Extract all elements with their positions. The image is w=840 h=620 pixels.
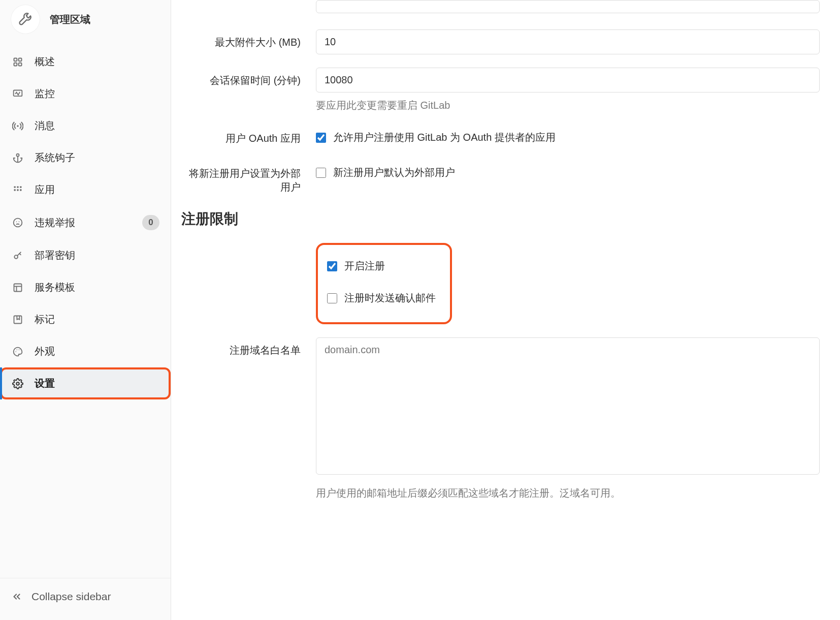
sidebar-item-overview[interactable]: 概述 bbox=[0, 46, 171, 78]
svg-point-15 bbox=[16, 222, 17, 223]
svg-rect-13 bbox=[20, 189, 21, 191]
svg-rect-1 bbox=[19, 58, 22, 61]
sidebar-title: 管理区域 bbox=[50, 13, 90, 26]
signup-enable-checkbox[interactable] bbox=[327, 261, 337, 271]
svg-point-24 bbox=[19, 349, 20, 350]
session-keep-row: 会话保留时间 (分钟) 要应用此变更需要重启 GitLab bbox=[181, 68, 820, 112]
sidebar-item-label: 标记 bbox=[35, 313, 55, 326]
signup-confirm-label: 注册时发送确认邮件 bbox=[344, 291, 436, 305]
max-attachment-label: 最大附件大小 (MB) bbox=[181, 29, 316, 49]
external-user-row: 将新注册用户设置为外部用户 新注册用户默认为外部用户 bbox=[181, 161, 820, 194]
signup-enable-label: 开启注册 bbox=[344, 259, 385, 273]
admin-area-icon bbox=[11, 5, 40, 34]
svg-rect-11 bbox=[14, 189, 16, 191]
oauth-row: 用户 OAuth 应用 允许用户注册使用 GitLab 为 OAuth 提供者的… bbox=[181, 126, 820, 147]
svg-rect-0 bbox=[14, 58, 17, 61]
svg-rect-2 bbox=[14, 63, 17, 66]
svg-point-22 bbox=[15, 351, 16, 352]
svg-rect-3 bbox=[19, 63, 22, 66]
oauth-checkbox[interactable] bbox=[316, 133, 326, 143]
svg-rect-9 bbox=[17, 186, 18, 188]
oauth-checkbox-label: 允许用户注册使用 GitLab 为 OAuth 提供者的应用 bbox=[333, 131, 556, 144]
svg-rect-21 bbox=[14, 316, 22, 323]
external-user-label: 将新注册用户设置为外部用户 bbox=[181, 161, 316, 194]
sidebar-header: 管理区域 bbox=[0, 0, 171, 43]
svg-point-14 bbox=[14, 219, 22, 227]
bookmark-icon bbox=[11, 315, 24, 325]
signup-section-title: 注册限制 bbox=[181, 209, 820, 229]
svg-rect-12 bbox=[17, 189, 18, 191]
signup-whitelist-label: 注册域名白名单 bbox=[181, 337, 316, 357]
svg-rect-18 bbox=[14, 284, 22, 291]
sidebar-item-labels[interactable]: 标记 bbox=[0, 303, 171, 335]
external-user-checkbox[interactable] bbox=[316, 168, 326, 178]
sidebar-item-label: 服务模板 bbox=[35, 281, 75, 294]
sidebar-item-abuse[interactable]: 违规举报 0 bbox=[0, 206, 171, 239]
sidebar-item-apps[interactable]: 应用 bbox=[0, 174, 171, 206]
sidebar-item-label: 违规举报 bbox=[35, 216, 75, 230]
sidebar-item-label: 部署密钥 bbox=[35, 249, 75, 262]
svg-point-16 bbox=[19, 222, 20, 223]
sidebar-item-deploy-keys[interactable]: 部署密钥 bbox=[0, 239, 171, 271]
svg-point-5 bbox=[17, 125, 19, 127]
cutoff-input[interactable] bbox=[316, 0, 820, 13]
abuse-count-badge: 0 bbox=[142, 215, 159, 230]
session-keep-help: 要应用此变更需要重启 GitLab bbox=[316, 99, 820, 112]
grid-icon bbox=[11, 57, 24, 67]
signup-whitelist-help: 用户使用的邮箱地址后缀必须匹配这些域名才能注册。泛域名可用。 bbox=[316, 486, 820, 500]
signup-toggle-row: 开启注册 注册时发送确认邮件 bbox=[181, 243, 820, 324]
session-keep-label: 会话保留时间 (分钟) bbox=[181, 68, 316, 87]
sidebar-item-label: 概述 bbox=[35, 55, 55, 69]
cutoff-row bbox=[181, 0, 820, 13]
palette-icon bbox=[11, 347, 24, 357]
anchor-icon bbox=[11, 153, 24, 163]
sidebar-item-label: 外观 bbox=[35, 345, 55, 358]
template-icon bbox=[11, 283, 24, 293]
face-icon bbox=[11, 218, 24, 228]
settings-form: 最大附件大小 (MB) 会话保留时间 (分钟) 要应用此变更需要重启 GitLa… bbox=[171, 0, 840, 620]
sidebar-item-label: 应用 bbox=[35, 183, 55, 197]
max-attachment-input[interactable] bbox=[316, 29, 820, 54]
sidebar-item-messages[interactable]: 消息 bbox=[0, 110, 171, 142]
admin-sidebar: 管理区域 概述 监控 消息 bbox=[0, 0, 171, 620]
svg-point-25 bbox=[16, 382, 19, 385]
sidebar-item-settings[interactable]: 设置 bbox=[0, 367, 171, 399]
sidebar-item-label: 消息 bbox=[35, 119, 55, 133]
monitor-icon bbox=[11, 89, 24, 99]
svg-rect-8 bbox=[14, 186, 16, 188]
collapse-sidebar-label: Collapse sidebar bbox=[31, 591, 111, 603]
signup-whitelist-textarea[interactable] bbox=[316, 337, 820, 475]
gear-icon bbox=[11, 378, 24, 389]
svg-rect-4 bbox=[14, 90, 22, 96]
apps-icon bbox=[11, 185, 24, 195]
sidebar-nav: 概述 监控 消息 系统钩子 bbox=[0, 43, 171, 578]
sidebar-item-label: 监控 bbox=[35, 87, 55, 101]
chevrons-left-icon bbox=[11, 591, 22, 602]
oauth-label: 用户 OAuth 应用 bbox=[181, 126, 316, 145]
collapse-sidebar-button[interactable]: Collapse sidebar bbox=[0, 578, 171, 620]
max-attachment-row: 最大附件大小 (MB) bbox=[181, 29, 820, 54]
sidebar-item-label: 系统钩子 bbox=[35, 151, 75, 165]
key-icon bbox=[11, 251, 24, 261]
sidebar-item-monitor[interactable]: 监控 bbox=[0, 78, 171, 110]
signup-highlight-box: 开启注册 注册时发送确认邮件 bbox=[316, 243, 452, 324]
signup-confirm-checkbox[interactable] bbox=[327, 293, 337, 303]
sidebar-item-label: 设置 bbox=[35, 377, 55, 390]
broadcast-icon bbox=[11, 120, 24, 132]
external-user-checkbox-label: 新注册用户默认为外部用户 bbox=[333, 166, 455, 179]
svg-point-23 bbox=[17, 349, 18, 350]
svg-rect-10 bbox=[20, 186, 21, 188]
sidebar-item-templates[interactable]: 服务模板 bbox=[0, 271, 171, 303]
signup-whitelist-row: 注册域名白名单 用户使用的邮箱地址后缀必须匹配这些域名才能注册。泛域名可用。 bbox=[181, 337, 820, 500]
sidebar-item-hooks[interactable]: 系统钩子 bbox=[0, 142, 171, 174]
sidebar-item-appearance[interactable]: 外观 bbox=[0, 335, 171, 367]
session-keep-input[interactable] bbox=[316, 68, 820, 92]
